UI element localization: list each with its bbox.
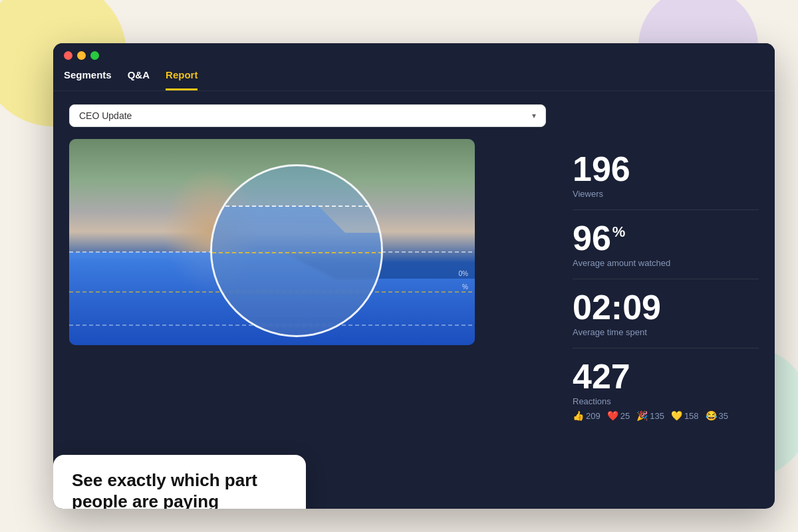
stat-avg-watched: 96 % Average amount watched — [573, 210, 759, 279]
magnifier-circle — [210, 164, 383, 337]
window-controls — [64, 51, 764, 60]
reaction-item: 💛158 — [671, 410, 699, 421]
close-button[interactable] — [64, 51, 72, 60]
reactions-breakdown: 👍209❤️25🎉135💛158😂35 — [573, 410, 759, 421]
tab-qa[interactable]: Q&A — [128, 69, 150, 90]
reaction-count: 25 — [620, 411, 630, 421]
stats-panel: 196 Viewers 96 % Average amount watched … — [573, 104, 759, 432]
stat-viewers: 196 Viewers — [573, 141, 759, 210]
stat-avg-time: 02:09 Average time spent — [573, 279, 759, 348]
reaction-emoji: 💛 — [671, 410, 682, 421]
stat-reactions: 427 Reactions 👍209❤️25🎉135💛158😂35 — [573, 348, 759, 432]
avg-time-number: 02:09 — [573, 290, 759, 325]
nav-tabs: Segments Q&A Report — [64, 69, 764, 90]
avg-watched-label: Average amount watched — [573, 258, 759, 268]
reactions-label: Reactions — [573, 396, 759, 406]
reaction-item: 😂35 — [706, 410, 728, 421]
reaction-emoji: 👍 — [573, 410, 584, 421]
dropdown-value: CEO Update — [79, 110, 132, 121]
viewers-label: Viewers — [573, 189, 759, 199]
avg-watched-unit: % — [612, 225, 626, 239]
viewers-number: 196 — [573, 152, 759, 186]
svg-text:%: % — [462, 283, 468, 291]
reaction-item: 👍209 — [573, 410, 600, 421]
reaction-count: 135 — [650, 411, 664, 421]
browser-window: Segments Q&A Report CEO Update ▾ — [53, 43, 775, 509]
svg-text:0%: 0% — [459, 270, 469, 277]
session-dropdown[interactable]: CEO Update ▾ — [69, 104, 546, 127]
reaction-item: 🎉135 — [636, 410, 664, 421]
chevron-down-icon: ▾ — [532, 111, 536, 120]
left-column: CEO Update ▾ — [69, 104, 546, 432]
reaction-emoji: 🎉 — [636, 410, 648, 421]
minimize-button[interactable] — [77, 51, 86, 60]
tab-segments[interactable]: Segments — [64, 69, 112, 90]
avg-time-label: Average time spent — [573, 327, 759, 337]
video-player: 0% % — [69, 139, 475, 345]
avg-watched-number: 96 % — [573, 221, 759, 255]
callout-text: See exactly which part people are paying… — [72, 469, 287, 509]
reactions-number: 427 — [573, 359, 759, 394]
callout-bubble: See exactly which part people are paying… — [53, 455, 306, 509]
reaction-emoji: 😂 — [706, 410, 717, 421]
reaction-emoji: ❤️ — [607, 410, 618, 421]
dropdown-wrapper: CEO Update ▾ — [69, 104, 546, 127]
reaction-count: 35 — [719, 411, 728, 421]
reaction-count: 158 — [684, 411, 699, 421]
title-bar: Segments Q&A Report — [53, 43, 775, 91]
maximize-button[interactable] — [90, 51, 99, 60]
reaction-item: ❤️25 — [607, 410, 630, 421]
reaction-count: 209 — [586, 411, 600, 421]
tab-report[interactable]: Report — [166, 69, 198, 90]
main-content: CEO Update ▾ — [53, 91, 775, 445]
